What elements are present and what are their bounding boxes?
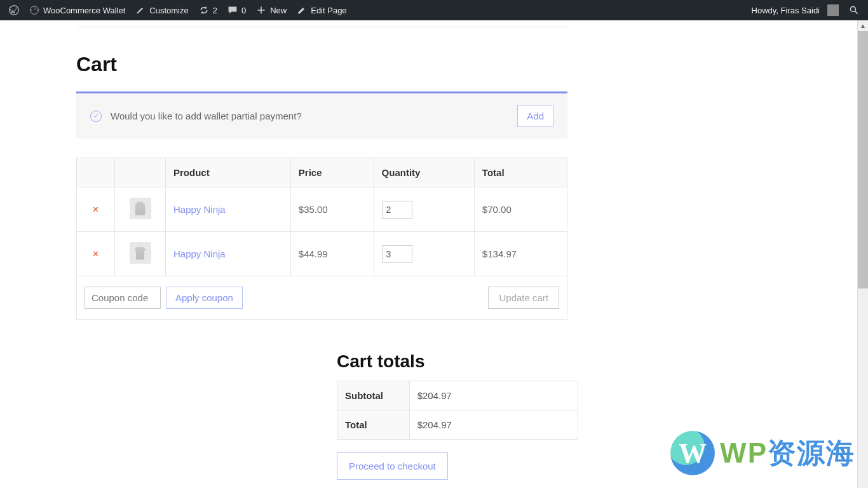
updates-count: 2 [213, 6, 217, 15]
line-total: $70.00 [474, 187, 567, 232]
comment-icon [227, 5, 238, 15]
watermark-text: WP资源海 [720, 435, 855, 472]
top-divider [76, 27, 567, 27]
watermark-logo-icon: W [670, 431, 715, 475]
product-price: $35.00 [290, 187, 374, 232]
cart-row: ×Happy Ninja$35.00$70.00 [77, 187, 567, 232]
brush-icon [135, 5, 146, 15]
customize-text: Customize [149, 6, 188, 15]
check-circle-icon: ✓ [90, 111, 102, 122]
customize-link[interactable]: Customize [130, 0, 193, 20]
col-thumbnail [115, 158, 166, 187]
howdy-text: Howdy, Firas Saidi [752, 6, 820, 15]
my-account-link[interactable]: Howdy, Firas Saidi [747, 0, 844, 20]
col-total: Total [474, 158, 567, 187]
product-thumbnail[interactable] [130, 198, 151, 219]
updates-icon [199, 5, 209, 15]
col-remove [77, 158, 115, 187]
total-value: $204.97 [409, 410, 578, 440]
line-total: $134.97 [474, 232, 567, 276]
svg-point-2 [850, 6, 855, 11]
quantity-input[interactable] [382, 245, 412, 263]
wp-logo[interactable] [4, 0, 24, 20]
edit-page-text: Edit Page [311, 6, 346, 15]
search-toggle[interactable] [844, 0, 864, 20]
cart-totals-title: Cart totals [337, 351, 578, 372]
new-content-link[interactable]: New [251, 0, 292, 20]
cart-row: ×Happy Ninja$44.99$134.97 [77, 232, 567, 276]
add-wallet-payment-button[interactable]: Add [517, 105, 553, 127]
scroll-up-arrow[interactable]: ▲ [858, 20, 868, 31]
new-text: New [270, 6, 287, 15]
col-quantity: Quantity [374, 158, 474, 187]
product-thumbnail[interactable] [130, 242, 151, 264]
coupon-code-input[interactable] [85, 287, 161, 309]
plus-icon [256, 5, 266, 15]
scroll-thumb[interactable] [858, 31, 868, 288]
comments-link[interactable]: 0 [222, 0, 251, 20]
site-name-text: WooCommerce Wallet [43, 6, 125, 15]
product-name-link[interactable]: Happy Ninja [173, 248, 226, 259]
proceed-to-checkout-button[interactable]: Proceed to checkout [337, 452, 448, 480]
avatar [827, 4, 839, 16]
watermark: W WP资源海 [670, 431, 855, 475]
apply-coupon-button[interactable]: Apply coupon [166, 287, 243, 309]
quantity-input[interactable] [382, 201, 412, 219]
wallet-notice-message: Would you like to add wallet partial pay… [111, 111, 302, 121]
comments-count: 0 [241, 6, 246, 15]
search-icon [849, 5, 859, 15]
updates-link[interactable]: 2 [194, 0, 222, 20]
col-price: Price [290, 158, 374, 187]
pencil-icon [297, 5, 307, 15]
subtotal-value: $204.97 [409, 381, 578, 410]
page-title: Cart [76, 53, 567, 76]
remove-item-button[interactable]: × [93, 248, 98, 260]
dashboard-icon [29, 5, 39, 15]
subtotal-label: Subtotal [337, 381, 410, 410]
cart-table: Product Price Quantity Total ×Happy Ninj… [76, 158, 567, 320]
col-product: Product [166, 158, 291, 187]
product-price: $44.99 [290, 232, 374, 276]
edit-page-link[interactable]: Edit Page [292, 0, 351, 20]
cart-totals-table: Subtotal $204.97 Total $204.97 [337, 381, 578, 440]
remove-item-button[interactable]: × [93, 204, 98, 215]
total-label: Total [337, 410, 410, 440]
wordpress-icon [9, 5, 19, 15]
wallet-partial-payment-notice: ✓ Would you like to add wallet partial p… [76, 92, 567, 139]
wp-admin-bar: WooCommerce Wallet Customize 2 0 New [0, 0, 868, 20]
site-name-link[interactable]: WooCommerce Wallet [24, 0, 130, 20]
product-name-link[interactable]: Happy Ninja [173, 204, 226, 215]
update-cart-button[interactable]: Update cart [488, 287, 559, 309]
vertical-scrollbar[interactable]: ▲ [857, 20, 868, 480]
